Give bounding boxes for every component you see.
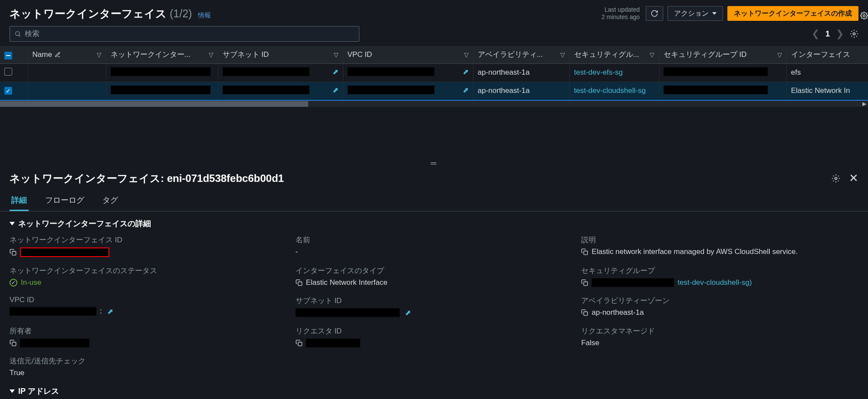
field-label: 送信元/送信先チェック <box>10 356 287 366</box>
external-link-icon[interactable]: ⬈ <box>463 86 469 95</box>
detail-settings-icon[interactable] <box>832 174 840 183</box>
edit-name-icon[interactable] <box>55 52 61 58</box>
external-link-icon[interactable]: ⬈ <box>463 67 469 76</box>
title-text: ネットワークインターフェイス <box>10 7 167 20</box>
filter-icon[interactable]: ▽ <box>560 51 565 58</box>
redacted-eni-id <box>20 247 109 257</box>
field-value: Elastic network interface managed by AWS… <box>592 247 798 256</box>
page-title: ネットワークインターフェイス (1/2) <box>10 7 192 21</box>
svg-rect-10 <box>298 342 302 346</box>
svg-point-0 <box>863 15 865 17</box>
filter-icon[interactable]: ▽ <box>209 51 214 58</box>
filter-icon[interactable]: ▽ <box>650 51 654 58</box>
row-checkbox[interactable] <box>4 87 12 95</box>
panel-drag-handle[interactable]: ═ <box>0 157 868 170</box>
chevron-down-icon <box>10 389 15 393</box>
field-value: False <box>581 339 858 347</box>
sg-link[interactable]: test-dev-cloudshell-sg <box>574 86 646 95</box>
tab-detail[interactable]: 詳細 <box>10 191 29 211</box>
eni-table: Name ▽ ネットワークインター...▽ サブネット ID▽ VPC ID▽ … <box>0 46 868 101</box>
table-settings-icon[interactable] <box>850 30 858 38</box>
select-all-checkbox[interactable] <box>4 52 12 59</box>
external-link-icon[interactable]: ⬈ <box>405 308 411 317</box>
redacted <box>111 86 210 94</box>
detail-title: ネットワークインターフェイス: eni-071d538febc6b00d1 <box>10 171 284 185</box>
redacted <box>223 67 309 76</box>
sg-link[interactable]: test-dev-efs-sg <box>574 68 623 76</box>
search-input[interactable] <box>25 30 355 38</box>
field-value: Elastic Network Interface <box>306 278 388 287</box>
section-eni-detail[interactable]: ネットワークインターフェイスの詳細 <box>0 211 868 233</box>
copy-icon[interactable] <box>10 249 16 256</box>
refresh-icon <box>651 10 658 17</box>
redacted <box>223 86 309 94</box>
field-value: In-use <box>21 278 41 287</box>
svg-point-2 <box>853 33 855 35</box>
cell-az: ap-northeast-1a <box>473 63 569 82</box>
side-gear-icon[interactable] <box>860 10 868 22</box>
copy-icon[interactable] <box>296 279 302 286</box>
field-label: リクエスタ ID <box>296 326 573 336</box>
field-label: セキュリティグループ <box>581 266 858 276</box>
field-value: ap-northeast-1a <box>592 308 644 317</box>
chevron-down-icon <box>712 12 717 15</box>
tab-flowlog[interactable]: フローログ <box>43 191 86 211</box>
redacted <box>348 67 434 76</box>
info-link[interactable]: 情報 <box>198 11 211 20</box>
external-link-icon[interactable]: ⬈ <box>107 307 113 316</box>
scroll-right-icon[interactable]: ▶ <box>860 101 868 107</box>
search-icon <box>14 30 21 37</box>
pager-prev[interactable]: ❮ <box>812 28 819 40</box>
field-label: サブネット ID <box>296 296 573 306</box>
svg-rect-8 <box>584 312 588 316</box>
redacted <box>664 67 768 76</box>
field-label: VPC ID <box>10 296 287 304</box>
copy-icon[interactable] <box>581 248 588 255</box>
svg-rect-7 <box>584 282 588 286</box>
field-label: ネットワークインターフェイスのステータス <box>10 266 287 276</box>
table-horizontal-scrollbar[interactable]: ◀ ▶ <box>0 101 868 107</box>
filter-icon[interactable]: ▽ <box>464 51 469 58</box>
create-eni-button[interactable]: ネットワークインターフェイスの作成 <box>727 6 858 21</box>
external-link-icon[interactable]: ⬈ <box>332 67 339 76</box>
external-link-icon[interactable]: ⬈ <box>332 86 339 95</box>
redacted <box>592 278 674 287</box>
field-label: インターフェイスのタイプ <box>296 266 573 276</box>
search-box[interactable] <box>10 26 359 42</box>
svg-rect-5 <box>584 251 588 255</box>
filter-icon[interactable]: ▽ <box>334 51 339 58</box>
pager-next[interactable]: ❯ <box>836 28 844 40</box>
close-icon[interactable]: ✕ <box>849 171 858 185</box>
field-label: リクエスタマネージド <box>581 326 858 336</box>
copy-icon[interactable] <box>296 340 302 346</box>
svg-rect-9 <box>12 342 16 346</box>
detail-tabs: 詳細 フローログ タグ <box>0 191 868 211</box>
svg-point-1 <box>16 32 20 36</box>
chevron-down-icon <box>10 222 15 225</box>
field-value: - <box>296 247 573 256</box>
filter-icon[interactable]: ▽ <box>777 51 782 58</box>
sg-link[interactable]: test-dev-cloudshell-sg) <box>677 278 752 287</box>
field-value: True <box>10 369 287 377</box>
table-row[interactable]: ⬈ ⬈ ap-northeast-1a test-dev-efs-sg efs <box>0 63 868 82</box>
scrollbar-thumb[interactable] <box>0 101 308 107</box>
cell-iftype: Elastic Network In <box>786 82 868 100</box>
redacted <box>306 339 360 347</box>
tab-tags[interactable]: タグ <box>101 191 120 211</box>
copy-icon[interactable] <box>581 309 588 316</box>
title-count: (1/2) <box>170 7 192 20</box>
redacted <box>111 67 210 76</box>
filter-icon[interactable]: ▽ <box>97 51 102 58</box>
row-checkbox[interactable] <box>4 68 12 76</box>
redacted <box>664 86 768 94</box>
table-row[interactable]: ⬈ ⬈ ap-northeast-1a test-dev-cloudshell-… <box>0 82 868 100</box>
copy-icon[interactable] <box>10 340 16 346</box>
copy-icon[interactable] <box>581 279 588 286</box>
svg-rect-6 <box>298 282 302 286</box>
actions-button[interactable]: アクション <box>667 6 723 21</box>
redacted <box>20 339 89 347</box>
field-label: 名前 <box>296 235 573 245</box>
refresh-button[interactable] <box>646 6 663 21</box>
svg-rect-4 <box>12 251 16 255</box>
section-ip[interactable]: IP アドレス <box>0 386 868 399</box>
